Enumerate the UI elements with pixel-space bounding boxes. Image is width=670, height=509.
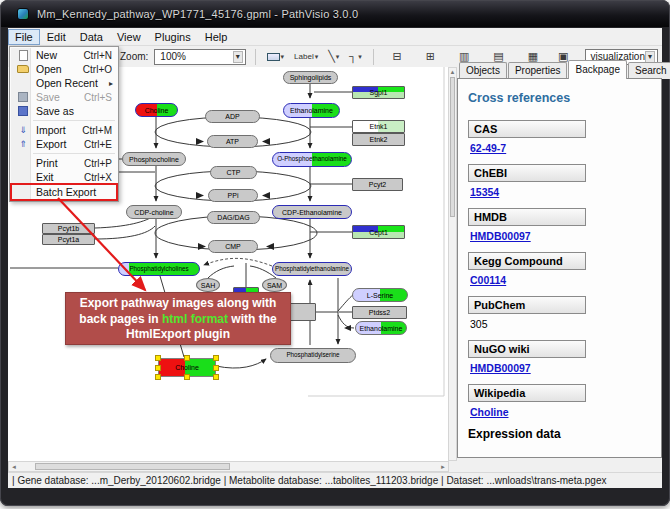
menu-item-import[interactable]: ⇓ Import Ctrl+M	[11, 123, 117, 137]
node-choline[interactable]: Choline	[135, 103, 178, 117]
menu-item-save-as[interactable]: Save as	[11, 104, 117, 118]
node-atp[interactable]: ATP	[207, 135, 258, 148]
genebox-etnk1[interactable]: Etnk1	[352, 120, 405, 133]
scrollbar-thumb[interactable]	[450, 77, 455, 217]
align-middle-icon: ⊞	[426, 51, 435, 62]
node-o-phosphoethanolamine[interactable]: O-Phosphoethanolamine	[272, 152, 352, 167]
canvas-horizontal-scrollbar[interactable]: ◄ ►	[8, 461, 449, 472]
menu-item-export[interactable]: ⇑ Export Ctrl+E	[11, 137, 117, 151]
expression-data-header: Expression data	[468, 427, 661, 441]
node-ctp[interactable]: CTP	[210, 166, 257, 179]
tab-search[interactable]: Search	[628, 62, 670, 79]
xref-link[interactable]: HMDB00097	[470, 362, 661, 374]
align-middle-button[interactable]: ⊞	[424, 48, 437, 65]
tab-properties[interactable]: Properties	[508, 62, 568, 79]
menu-item-exit[interactable]: Exit Ctrl+X	[11, 170, 117, 184]
menu-item-open[interactable]: Open Ctrl+O	[11, 62, 117, 76]
cross-references-title: Cross references	[468, 91, 661, 105]
chevron-down-icon: ▾	[315, 53, 319, 61]
chevron-down-icon[interactable]: ▾	[645, 51, 655, 63]
label-tool-icon: Label	[294, 52, 314, 61]
selection-handle[interactable]	[213, 365, 219, 371]
node-ppi[interactable]: PPi	[208, 189, 258, 202]
save-as-icon	[14, 106, 32, 116]
menu-data[interactable]: Data	[73, 29, 110, 45]
menu-item-open-recent[interactable]: Open Recent ▸	[11, 76, 117, 90]
scroll-left-icon[interactable]: ◄	[9, 464, 19, 470]
genebox-pcyt1b[interactable]: Pcyt1b	[42, 223, 95, 234]
xref-link[interactable]: Choline	[470, 406, 661, 418]
genebox-etnk2[interactable]: Etnk2	[352, 133, 405, 146]
xref-header: CAS	[468, 120, 586, 138]
menu-separator	[33, 120, 115, 121]
connector-tool-button[interactable]: ┐ ▾	[347, 48, 363, 65]
backpage-panel: Cross references CAS 62-49-7 ChEBI 15354…	[457, 78, 662, 458]
xref-section-pubchem: PubChem 305	[468, 295, 661, 330]
datanode-icon	[267, 53, 280, 61]
selection-handle[interactable]	[213, 355, 219, 361]
selection-handle[interactable]	[155, 374, 161, 380]
canvas-vertical-scrollbar[interactable]: ▲	[448, 67, 457, 461]
title-bar[interactable]: Mm_Kennedy_pathway_WP1771_45176.gpml - P…	[1, 1, 669, 27]
menu-item-new[interactable]: New Ctrl+N	[11, 48, 117, 62]
xref-header: ChEBI	[468, 164, 586, 182]
menu-item-save[interactable]: Save Ctrl+S	[11, 90, 117, 104]
node-phosphatidylcholines[interactable]: Phosphatidylcholines	[118, 262, 200, 276]
xref-link[interactable]: C00114	[470, 274, 661, 286]
genebox-sgpl1[interactable]: Sgpl1	[352, 86, 405, 99]
node-cdp-ethanolamine[interactable]: CDP-Ethanolamine	[272, 205, 352, 219]
menu-help[interactable]: Help	[198, 29, 235, 45]
node-l-serine[interactable]: L-Serine	[352, 288, 408, 302]
node-sphingolipids[interactable]: Sphingolipids	[283, 71, 338, 84]
node-phosphatidylserine[interactable]: Phosphatidylserine	[270, 348, 356, 363]
node-phosphatidylethanolamine[interactable]: Phosphatidylethanolamine	[272, 262, 352, 276]
selection-handle[interactable]	[184, 374, 190, 380]
selection-handle[interactable]	[155, 365, 161, 371]
line-icon: ╲	[328, 51, 335, 62]
node-phosphocholine[interactable]: Phosphocholine	[122, 152, 186, 166]
line-tool-button[interactable]: ╲ ▾	[326, 48, 341, 65]
xref-link[interactable]: 62-49-7	[470, 142, 661, 154]
menu-item-batch-export[interactable]: Batch Export	[11, 184, 117, 200]
menu-file[interactable]: File	[8, 29, 40, 45]
tab-objects[interactable]: Objects	[459, 62, 507, 79]
chevron-down-icon: ▾	[336, 53, 340, 61]
node-sam[interactable]: SAM	[262, 278, 287, 292]
node-ethanolamine-2[interactable]: Ethanolamine	[355, 321, 407, 335]
node-dag[interactable]: DAG/DAG	[207, 211, 260, 224]
xref-link[interactable]: HMDB00097	[470, 230, 661, 242]
selection-handle[interactable]	[155, 355, 161, 361]
xref-section-hmdb: HMDB HMDB00097	[468, 207, 661, 242]
open-folder-icon	[14, 65, 32, 73]
scrollbar-thumb[interactable]	[35, 463, 230, 470]
scroll-right-icon[interactable]: ►	[438, 464, 448, 470]
datanode-tool-button[interactable]: ▾	[265, 48, 287, 65]
xref-section-nugo: NuGO wiki HMDB00097	[468, 339, 661, 374]
tab-backpage[interactable]: Backpage	[568, 60, 626, 79]
genebox-partially-hidden[interactable]	[288, 303, 316, 321]
genebox-ptdss2[interactable]: Ptdss2	[352, 306, 407, 319]
node-cdp-choline[interactable]: CDP-choline	[126, 205, 182, 219]
node-sah[interactable]: SAH	[196, 278, 220, 292]
node-cmp[interactable]: CMP	[208, 240, 258, 253]
zoom-combobox[interactable]: 100% ▾	[154, 49, 245, 65]
node-ethanolamine[interactable]: Ethanolamine	[283, 103, 340, 118]
menu-plugins[interactable]: Plugins	[148, 29, 198, 45]
align-center-button[interactable]: ⊟	[390, 48, 403, 65]
selection-handle[interactable]	[213, 374, 219, 380]
menu-view[interactable]: View	[110, 29, 148, 45]
selection-handle[interactable]	[184, 355, 190, 361]
node-adp[interactable]: ADP	[205, 110, 260, 123]
xref-link[interactable]: 15354	[470, 186, 661, 198]
xref-header: Wikipedia	[468, 384, 586, 402]
chevron-down-icon[interactable]: ▾	[233, 51, 243, 63]
genebox-pcyt1a[interactable]: Pcyt1a	[42, 234, 95, 245]
scroll-up-icon[interactable]: ▲	[449, 68, 456, 76]
genebox-pcyt2[interactable]: Pcyt2	[352, 178, 403, 191]
menu-item-print[interactable]: Print Ctrl+P	[11, 156, 117, 170]
menu-edit[interactable]: Edit	[40, 29, 73, 45]
label-tool-button[interactable]: Label ▾	[292, 48, 320, 65]
new-document-icon	[14, 50, 32, 61]
status-text: | Gene database: ...m_Derby_20120602.bri…	[12, 475, 606, 486]
genebox-cept1[interactable]: Cept1	[352, 225, 405, 239]
